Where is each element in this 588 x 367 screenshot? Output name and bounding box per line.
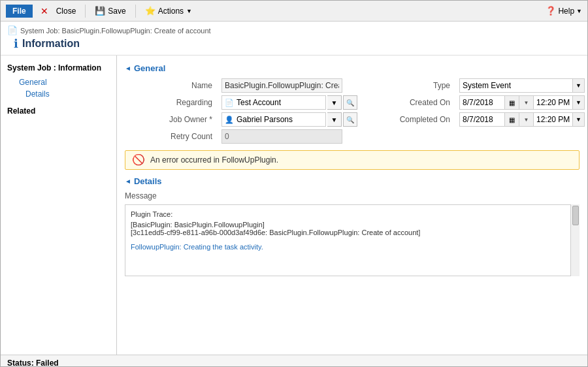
type-select[interactable]: System Event [459, 78, 573, 93]
created-on-time-input[interactable] [534, 95, 573, 110]
retry-count-wrap [221, 129, 357, 144]
page-title-row: ℹ Information [7, 35, 581, 54]
separator2 [135, 5, 136, 18]
breadcrumb-icon: 📄 [7, 25, 18, 35]
regarding-value: Test Account [237, 98, 281, 107]
plugin-trace-container: Plugin Trace: [BasicPlugin: BasicPlugin.… [125, 204, 580, 276]
completed-on-wrap: ▦ ▼ ▼ [459, 112, 585, 127]
sidebar-nav: General Details [1, 76, 116, 100]
job-owner-label: Job Owner * [125, 115, 216, 124]
actions-label: Actions [158, 7, 184, 16]
trace-line4-text: FollowupPlugin: Creating the task activi… [131, 243, 263, 251]
save-icon: 💾 [95, 6, 105, 16]
created-on-time-btn[interactable]: ▼ [573, 95, 585, 110]
regarding-field-wrap: 📄 Test Account ▼ 🔍 [221, 95, 357, 110]
general-collapse-icon: ◄ [125, 65, 131, 72]
trace-line2-text: [3c11edd5-cf99-e811-a96b-000d3af49d6e: B… [131, 229, 420, 236]
completed-on-label: Completed On [363, 115, 454, 124]
help-button[interactable]: ❓ Help ▼ [546, 6, 582, 16]
sidebar-item-details[interactable]: Details [7, 88, 116, 100]
general-form: Name Type System Event ▼ Regarding 📄 Tes… [125, 78, 580, 144]
name-input[interactable] [221, 78, 342, 93]
created-on-date-input[interactable] [459, 95, 505, 110]
completed-on-time-btn[interactable]: ▼ [573, 112, 585, 127]
details-section-header[interactable]: ◄ Details [125, 176, 580, 186]
scrollbar-thumb [572, 206, 579, 225]
actions-button[interactable]: ⭐ Actions ▼ [145, 6, 192, 16]
error-message: An error occurred in FollowUpPlugin. [150, 155, 278, 165]
created-on-wrap: ▦ ▼ ▼ [459, 95, 585, 110]
message-label: Message [125, 191, 580, 200]
breadcrumb: 📄 System Job: BasicPlugin.FollowupPlugin… [7, 25, 581, 35]
close-x-icon: ✕ [41, 6, 48, 16]
file-button[interactable]: File [6, 5, 33, 18]
help-label: Help [558, 7, 574, 16]
job-owner-display: 👤 Gabriel Parsons [221, 112, 326, 127]
job-owner-wrap: 👤 Gabriel Parsons ▼ 🔍 [221, 112, 357, 127]
help-icon: ❓ [546, 6, 556, 16]
job-owner-lookup-btn[interactable]: 🔍 [343, 112, 357, 127]
actions-dropdown-icon: ▼ [186, 8, 192, 14]
content-area: ◄ General Name Type System Event ▼ Regar… [117, 56, 587, 355]
plugin-trace-scrollbar[interactable] [570, 204, 580, 276]
retry-count-input [221, 129, 342, 144]
save-button[interactable]: 💾 Save [95, 6, 125, 16]
job-owner-value: Gabriel Parsons [237, 115, 293, 124]
error-banner: 🚫 An error occurred in FollowUpPlugin. [125, 150, 580, 170]
created-on-label: Created On [363, 98, 454, 107]
created-on-cal-icon: ▼ [519, 95, 534, 110]
details-collapse-icon: ◄ [125, 178, 131, 185]
completed-on-time-input[interactable] [534, 112, 573, 127]
completed-on-calendar-btn[interactable]: ▦ [505, 112, 519, 127]
type-field-wrap: System Event ▼ [459, 78, 585, 93]
star-icon: ⭐ [145, 6, 155, 16]
close-label: Close [56, 7, 76, 16]
name-label: Name [125, 81, 216, 90]
info-icon: ℹ [14, 37, 18, 51]
status-text: Status: Failed [7, 359, 59, 368]
toolbar: File ✕ Close 💾 Save ⭐ Actions ▼ ❓ Help ▼ [1, 1, 587, 22]
person-icon: 👤 [225, 116, 234, 124]
trace-line2: [3c11edd5-cf99-e811-a96b-000d3af49d6e: B… [131, 229, 567, 236]
save-label: Save [108, 7, 125, 16]
breadcrumb-area: 📄 System Job: BasicPlugin.FollowupPlugin… [1, 22, 587, 56]
details-section-label: Details [134, 176, 162, 186]
related-label: Related [1, 100, 116, 118]
job-owner-dropdown-btn[interactable]: ▼ [327, 112, 342, 127]
main-layout: System Job : Information General Details… [1, 56, 587, 355]
completed-on-cal-icon: ▼ [519, 112, 534, 127]
separator [85, 5, 86, 18]
general-section-label: General [134, 63, 165, 73]
sidebar-item-general[interactable]: General [7, 76, 116, 88]
regarding-doc-icon: 📄 [225, 99, 234, 107]
sidebar: System Job : Information General Details… [1, 56, 117, 355]
help-dropdown-icon: ▼ [576, 8, 582, 14]
sidebar-title: System Job : Information [1, 61, 116, 76]
type-dropdown-arrow: ▼ [573, 78, 585, 93]
trace-line3 [131, 236, 567, 243]
regarding-label: Regarding [125, 98, 216, 107]
status-bar: Status: Failed [1, 355, 587, 367]
plugin-trace-box[interactable]: Plugin Trace: [BasicPlugin: BasicPlugin.… [125, 204, 580, 276]
name-field-wrap [221, 78, 357, 93]
created-on-calendar-btn[interactable]: ▦ [505, 95, 519, 110]
trace-line1: [BasicPlugin: BasicPlugin.FollowupPlugin… [131, 221, 567, 229]
trace-line4: FollowupPlugin: Creating the task activi… [131, 243, 567, 251]
breadcrumb-label: System Job: BasicPlugin.FollowupPlugin: … [20, 27, 211, 35]
retry-count-label: Retry Count [125, 132, 216, 141]
type-label: Type [363, 81, 454, 90]
regarding-display: 📄 Test Account [221, 95, 326, 110]
close-button[interactable]: Close [56, 7, 76, 16]
regarding-lookup-btn[interactable]: 🔍 [343, 95, 357, 110]
regarding-dropdown-btn[interactable]: ▼ [327, 95, 342, 110]
page-title: Information [22, 38, 80, 50]
plugin-trace-header: Plugin Trace: [131, 210, 567, 218]
error-icon: 🚫 [132, 155, 145, 165]
completed-on-date-input[interactable] [459, 112, 505, 127]
general-section-header[interactable]: ◄ General [125, 63, 580, 73]
